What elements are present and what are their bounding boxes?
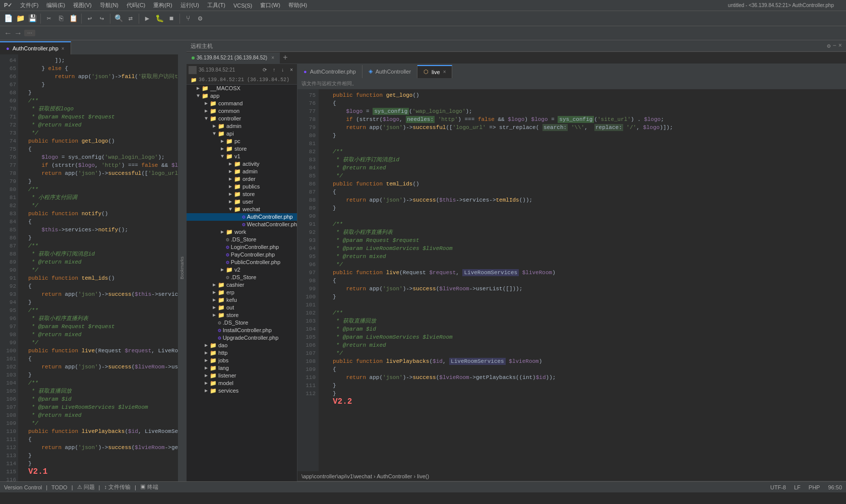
git-icon[interactable]: ⑂ [183,13,194,24]
tree-item-http[interactable]: ▶ 📁 http [187,349,297,357]
menu-run[interactable]: 运行(U) [180,2,199,9]
replace-icon[interactable]: ⇄ [125,13,136,24]
tree-item-store3[interactable]: ▶ 📁 store [187,311,297,319]
folder-icon-wechat: 📁 [234,206,241,213]
tree-item-order[interactable]: ▶ 📁 order [187,175,297,183]
remote-minimize-icon[interactable]: − [833,42,836,50]
arrow-v1: ▼ [219,154,226,159]
tree-download-btn[interactable]: ↓ [279,66,286,74]
tree-item-upgradecontroller[interactable]: ⚙ UpgradeController.php [187,334,297,342]
left-tab-close[interactable]: × [62,46,65,51]
tree-item-ds1[interactable]: ⚙ .DS_Store [187,236,297,243]
tree-item-pc[interactable]: ▶ 📁 pc [187,138,297,145]
stop-icon[interactable]: ■ [166,13,177,24]
right-tab-auth-class[interactable]: ◈ AuthController [362,65,417,78]
tree-item-macosx[interactable]: ▶ 📁 __MACOSX [187,85,297,92]
menu-edit[interactable]: 编辑(E) [46,2,65,9]
toolbar2: ← → ⋯ [0,26,846,40]
conn-tab-close[interactable]: × [271,55,274,60]
menu-nav[interactable]: 导航(N) [100,2,118,9]
breadcrumb-bar: \app\controller\api\v1\wechat › AuthCont… [297,471,846,481]
tree-item-publiccontroller[interactable]: ⚙ PublicController.php [187,259,297,266]
tree-item-listener[interactable]: ▶ 📁 listener [187,372,297,380]
tree-label-user: user [243,199,253,205]
status-todo[interactable]: TODO [51,484,68,490]
tree-item-activity[interactable]: ▶ 📁 activity [187,160,297,168]
tree-item-installcontroller[interactable]: ⚙ InstallController.php [187,327,297,334]
cut-icon[interactable]: ✂ [43,13,54,24]
tree-close-btn[interactable]: × [288,66,295,74]
menu-refactor[interactable]: 重构(R) [153,2,172,9]
tree-item-publics[interactable]: ▶ 📁 publics [187,183,297,191]
right-tab-live[interactable]: ⬡ live × [417,65,452,78]
menu-view[interactable]: 视图(V) [73,2,92,9]
tree-item-v1[interactable]: ▼ 📁 v1 [187,153,297,160]
toolbar2-recent[interactable]: ⋯ [24,30,35,36]
tree-item-logincontroller[interactable]: ⚙ LoginController.php [187,243,297,251]
toolbar2-back[interactable]: ← [4,29,12,38]
conn-tab-server[interactable]: 36.139.84.52:21 (36.139.84.52) × [187,52,280,64]
file-tree-content[interactable]: ▶ 📁 __MACOSX ▼ 📁 app ▶ [187,85,297,481]
menu-window[interactable]: 窗口(W) [260,2,280,9]
tree-item-authcontroller[interactable]: ⚙ AuthController.php [187,213,297,221]
tree-item-user[interactable]: ▶ 📁 user [187,198,297,206]
tree-item-controller[interactable]: ▼ 📁 controller [187,115,297,122]
search-icon[interactable]: 🔍 [113,13,124,24]
menu-code[interactable]: 代码(C) [127,2,145,9]
tree-item-paycontroller[interactable]: ⚙ PayController.php [187,251,297,259]
tree-item-services[interactable]: ▶ 📁 services [187,387,297,395]
tree-item-wechatcontroller[interactable]: ⚙ WechatController.ph [187,221,297,228]
toolbar2-fwd[interactable]: → [14,29,22,38]
status-issues[interactable]: ⚠ 问题 [77,483,95,491]
tree-item-erp[interactable]: ▶ 📁 erp [187,289,297,296]
tree-item-admin2[interactable]: ▶ 📁 admin [187,168,297,175]
tree-item-model[interactable]: ▶ 📁 model [187,380,297,387]
menu-vcs[interactable]: VCS(S) [233,3,252,9]
tree-item-store1[interactable]: ▶ 📁 store [187,145,297,153]
tree-item-v2[interactable]: ▶ 📁 v2 [187,266,297,274]
status-transfer[interactable]: ↕ 文件传输 [104,483,131,491]
tree-refresh-btn[interactable]: ⟳ [261,66,269,74]
tree-item-work[interactable]: ▶ 📁 work [187,228,297,236]
tree-item-ds2[interactable]: ⚙ .DS_Store [187,274,297,281]
tree-item-kefu[interactable]: ▶ 📁 kefu [187,296,297,304]
right-tab-auth-php[interactable]: ● AuthController.php [297,65,362,78]
tree-item-command[interactable]: ▶ 📁 command [187,100,297,107]
tree-item-common[interactable]: ▶ 📁 common [187,107,297,115]
tree-item-admin1[interactable]: ▶ 📁 admin [187,122,297,130]
conn-status-dot [192,56,195,59]
run-icon[interactable]: ▶ [142,13,153,24]
arrow-kefu: ▶ [211,297,218,303]
remote-settings-icon[interactable]: ⚙ [827,42,830,50]
debug-icon[interactable]: 🐛 [154,13,165,24]
tree-item-api[interactable]: ▼ 📁 api [187,130,297,138]
tree-item-jobs[interactable]: ▶ 📁 jobs [187,357,297,364]
tree-item-store2[interactable]: ▶ 📁 store [187,191,297,198]
tree-item-dao[interactable]: ▶ 📁 dao [187,342,297,349]
tree-upload-btn[interactable]: ↑ [271,66,277,74]
tree-item-out[interactable]: ▶ 📁 out [187,304,297,311]
menu-file[interactable]: 文件(F) [20,2,38,9]
open-icon[interactable]: 📁 [15,13,26,24]
save-icon[interactable]: 💾 [27,13,38,24]
tree-item-lang[interactable]: ▶ 📁 lang [187,364,297,372]
left-tab-auth[interactable]: ● AuthController.php × [0,41,71,54]
tree-item-app[interactable]: ▼ 📁 app [187,92,297,100]
new-file-icon[interactable]: 📄 [3,13,14,24]
tree-item-cashier[interactable]: ▶ 📁 cashier [187,281,297,289]
status-terminal[interactable]: ▣ 终端 [140,483,158,491]
undo-icon[interactable]: ↩ [84,13,95,24]
tree-item-ds3[interactable]: ⚙ .DS_Store [187,319,297,327]
paste-icon[interactable]: 📋 [68,13,79,24]
tree-item-wechat[interactable]: ▼ 📁 wechat [187,206,297,213]
menu-tools[interactable]: 工具(T) [207,2,225,9]
file-sync-bar: 该文件与远程文件相同。 [297,78,846,89]
right-tab-close[interactable]: × [443,69,446,75]
settings-icon[interactable]: ⚙ [195,13,206,24]
conn-add-btn[interactable]: + [280,53,291,62]
remote-close-icon[interactable]: × [838,42,842,50]
menu-help[interactable]: 帮助(H) [288,2,307,9]
status-vc[interactable]: Version Control [4,484,42,490]
redo-icon[interactable]: ↪ [96,13,107,24]
copy-icon[interactable]: ⎘ [55,13,67,24]
